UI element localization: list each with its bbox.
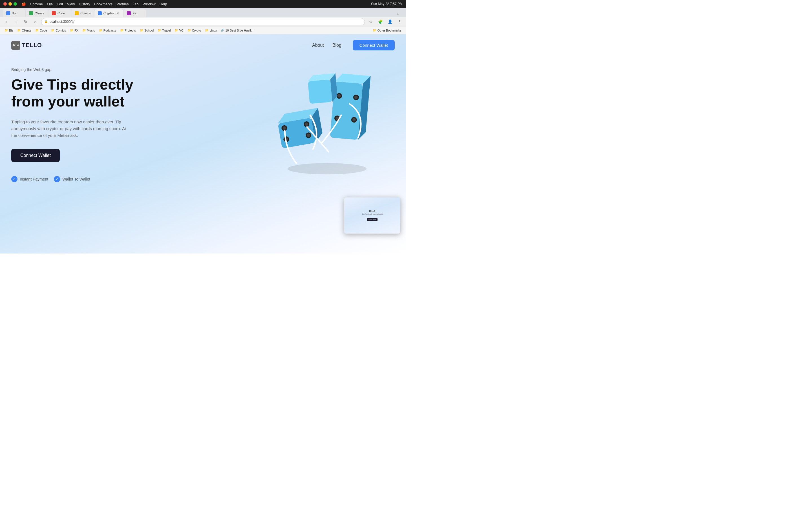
os-status-bar: Sun May 22 7:57 PM: [371, 2, 403, 6]
hero-subtitle: Bridging the Web3 gap: [11, 67, 395, 72]
os-menu-history[interactable]: History: [79, 2, 90, 6]
browser-chrome: Biz Clients Code Comics Cryptea ✕ FX + ‹: [0, 8, 406, 26]
bookmark-label-vc: VC: [179, 29, 183, 32]
bookmark-school[interactable]: 📁 School: [138, 28, 156, 33]
tab-favicon-clients: [29, 11, 33, 15]
bookmark-vc[interactable]: 📁 VC: [173, 28, 185, 33]
folder-icon-other: 📁: [373, 29, 376, 32]
hero-connect-wallet-button[interactable]: Connect Wallet: [11, 149, 60, 162]
bookmark-podcasts[interactable]: 📁 Podcasts: [97, 28, 118, 33]
folder-icon-comics: 📁: [51, 29, 54, 32]
folder-icon-projects: 📁: [120, 29, 123, 32]
os-menu-profiles[interactable]: Profiles: [116, 2, 129, 6]
bookmark-label-other: Other Bookmarks: [377, 29, 402, 32]
nav-links: About Blog: [312, 43, 342, 48]
folder-icon-code: 📁: [35, 29, 39, 32]
folder-icon-podcasts: 📁: [99, 29, 102, 32]
tab-favicon-code: [52, 11, 56, 15]
bookmark-crypto[interactable]: 📁 Crypto: [186, 28, 203, 33]
tab-biz[interactable]: Biz: [3, 9, 26, 17]
bookmark-label-code: Code: [40, 29, 47, 32]
close-window-button[interactable]: [3, 2, 7, 6]
folder-icon-travel: 📁: [158, 29, 161, 32]
os-menu-file[interactable]: File: [47, 2, 53, 6]
bookmark-label-biz: Biz: [9, 29, 13, 32]
tab-label-fx: FX: [133, 11, 143, 15]
tab-close-cryptea[interactable]: ✕: [116, 11, 120, 15]
bookmark-linux[interactable]: 📁 Linux: [203, 28, 218, 33]
bookmark-projects[interactable]: 📁 Projects: [118, 28, 138, 33]
tab-bar: Biz Clients Code Comics Cryptea ✕ FX +: [0, 8, 406, 17]
bookmark-label-school: School: [144, 29, 154, 32]
tab-label-code: Code: [57, 11, 68, 15]
hero-title: Give Tips directly from your wallet: [11, 76, 169, 110]
bookmark-comics[interactable]: 📁 Comics: [49, 28, 68, 33]
nav-connect-wallet-button[interactable]: Connect Wallet: [353, 40, 395, 50]
bookmark-other[interactable]: 📁 Other Bookmarks: [371, 28, 403, 33]
bookmark-label-projects: Projects: [124, 29, 136, 32]
os-menu-chrome[interactable]: Chrome: [30, 2, 43, 6]
nav-blog-link[interactable]: Blog: [333, 43, 342, 48]
reload-button[interactable]: ↻: [22, 18, 29, 25]
profile-button[interactable]: 👤: [386, 18, 394, 25]
link-icon-side-hustles: 🔗: [221, 29, 224, 32]
check-icon-wallet: ✓: [54, 176, 60, 182]
address-bar[interactable]: 🔒 localhost:3000/#/: [41, 18, 365, 25]
folder-icon-music: 📁: [82, 29, 86, 32]
extensions-button[interactable]: 🧩: [377, 18, 384, 25]
tab-favicon-comics: [75, 11, 79, 15]
os-menu-tab[interactable]: Tab: [133, 2, 139, 6]
bookmark-music[interactable]: 📁 Music: [81, 28, 97, 33]
thumbnail-preview: TELLO Give Tips directly from your walle…: [344, 197, 400, 234]
new-tab-button[interactable]: +: [395, 11, 401, 17]
os-menu-edit[interactable]: Edit: [57, 2, 63, 6]
bookmark-biz[interactable]: 📁 Biz: [3, 28, 15, 33]
bookmark-label-clients: Clients: [22, 29, 31, 32]
folder-icon-school: 📁: [140, 29, 143, 32]
logo-text: TELLO: [22, 42, 42, 48]
badge-wallet-to-wallet-label: Wallet To Wallet: [62, 177, 90, 181]
bookmark-label-music: Music: [87, 29, 95, 32]
os-menu-window[interactable]: Window: [142, 2, 155, 6]
tab-cryptea[interactable]: Cryptea ✕: [94, 9, 123, 17]
feature-badges: ✓ Instant Payment ✓ Wallet To Wallet: [11, 176, 395, 182]
bookmark-travel[interactable]: 📁 Travel: [156, 28, 172, 33]
os-menu-view[interactable]: View: [67, 2, 75, 6]
folder-icon-vc: 📁: [174, 29, 178, 32]
folder-icon-clients: 📁: [17, 29, 20, 32]
folder-icon-fx: 📁: [70, 29, 73, 32]
bookmark-label-fx: FX: [74, 29, 79, 32]
bookmark-side-hustles[interactable]: 🔗 10 Best Side Hustl...: [219, 28, 255, 33]
folder-icon-biz: 📁: [4, 29, 8, 32]
os-menu-items: 🍎 Chrome File Edit View History Bookmark…: [21, 2, 167, 6]
bookmark-clients[interactable]: 📁 Clients: [15, 28, 33, 33]
os-menu-apple[interactable]: 🍎: [21, 2, 26, 6]
tab-code[interactable]: Code: [49, 9, 71, 17]
bookmark-fx[interactable]: 📁 FX: [68, 28, 80, 33]
home-button[interactable]: ⌂: [32, 18, 39, 25]
os-menu-help[interactable]: Help: [160, 2, 167, 6]
minimize-window-button[interactable]: [8, 2, 12, 6]
hero-description: Tipping to your favourite creators now e…: [11, 119, 130, 139]
logo-area: Tello TELLO: [11, 41, 42, 50]
check-icon-instant: ✓: [11, 176, 17, 182]
bookmark-code[interactable]: 📁 Code: [34, 28, 49, 33]
forward-button[interactable]: ›: [12, 18, 20, 25]
os-menu-bar: 🍎 Chrome File Edit View History Bookmark…: [0, 0, 406, 8]
tab-fx[interactable]: FX: [123, 9, 146, 17]
bookmark-label-crypto: Crypto: [192, 29, 201, 32]
os-menu-bookmarks[interactable]: Bookmarks: [94, 2, 112, 6]
traffic-lights[interactable]: [3, 2, 17, 6]
bookmarks-bar: 📁 Biz 📁 Clients 📁 Code 📁 Comics 📁 FX 📁 M…: [0, 26, 406, 34]
tab-clients[interactable]: Clients: [26, 9, 48, 17]
tab-comics[interactable]: Comics: [71, 9, 94, 17]
tab-label-cryptea: Cryptea: [103, 11, 114, 15]
address-text: localhost:3000/#/: [49, 20, 74, 24]
menu-button[interactable]: ⋮: [396, 18, 403, 25]
back-button[interactable]: ‹: [3, 18, 10, 25]
maximize-window-button[interactable]: [13, 2, 17, 6]
bookmark-button[interactable]: ☆: [367, 18, 374, 25]
navigation-bar: ‹ › ↻ ⌂ 🔒 localhost:3000/#/ ☆ 🧩 👤 ⋮: [0, 17, 406, 26]
logo-icon: Tello: [11, 41, 20, 50]
nav-about-link[interactable]: About: [312, 43, 324, 48]
